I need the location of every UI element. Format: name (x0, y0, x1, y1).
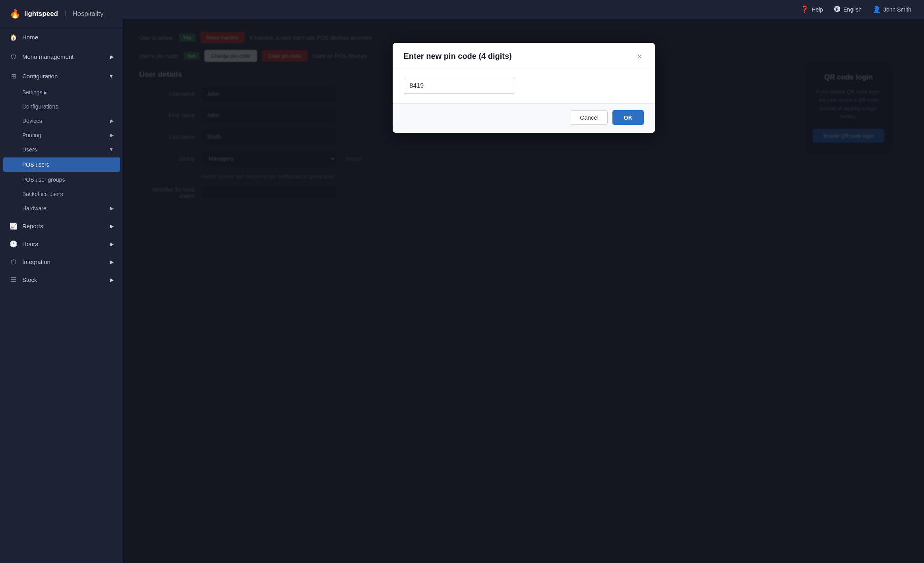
config-icon: ⊞ (10, 72, 17, 80)
sidebar-item-hours[interactable]: 🕐 Hours ▶ (0, 235, 123, 253)
sidebar-item-hardware[interactable]: Hardware ▶ (0, 201, 123, 215)
user-label: John Smith (883, 6, 911, 13)
sidebar-item-hours-label: Hours (22, 241, 38, 247)
modal-body (393, 68, 655, 103)
devices-chevron-icon: ▶ (110, 118, 114, 124)
nav-section-config: ⊞ Configuration ▼ Settings ▶ Configurati… (0, 67, 123, 215)
nav-section-reports: 📈 Reports ▶ 🕐 Hours ▶ ⬡ Integration ▶ ☰ … (0, 217, 123, 289)
menu-icon: ⬡ (10, 53, 17, 60)
sidebar-item-home[interactable]: 🏠 Home (0, 28, 123, 46)
language-label: English (843, 6, 862, 13)
settings-chevron-icon: ▶ (44, 90, 47, 95)
modal-header: Enter new pin code (4 digits) × (393, 43, 655, 68)
cancel-button[interactable]: Cancel (571, 110, 608, 125)
stock-icon: ☰ (10, 276, 17, 283)
hours-icon: 🕐 (10, 240, 17, 248)
sidebar-item-pos-groups-label: POS user groups (22, 177, 65, 183)
language-selector[interactable]: 🅐 English (834, 6, 862, 13)
help-label: Help (812, 6, 823, 13)
language-icon: 🅐 (834, 6, 841, 13)
modal-close-button[interactable]: × (635, 52, 644, 61)
sidebar-item-pos-users[interactable]: POS users (3, 157, 120, 172)
printing-chevron-icon: ▶ (110, 132, 114, 138)
chevron-down-icon: ▼ (109, 74, 114, 79)
main-area: ❓ Help 🅐 English 👤 John Smith User is ac… (123, 0, 924, 563)
sidebar-item-backoffice-label: Backoffice users (22, 191, 63, 197)
reports-chevron-icon: ▶ (110, 223, 114, 229)
sidebar-item-menu-management[interactable]: ⬡ Menu management ▶ (0, 48, 123, 66)
sidebar-item-devices[interactable]: Devices ▶ (0, 114, 123, 128)
logo-area: 🔥 lightspeed | Hospitality (0, 0, 123, 28)
sidebar-item-printing[interactable]: Printing ▶ (0, 128, 123, 142)
user-icon: 👤 (873, 6, 881, 13)
content-area: User is active: Yes Make inactive If ina… (123, 19, 924, 563)
sidebar-item-menu-label: Menu management (22, 53, 74, 60)
sidebar-item-configurations-label: Configurations (22, 103, 58, 110)
sidebar-item-users[interactable]: Users ▼ (0, 142, 123, 157)
sidebar-item-configurations[interactable]: Configurations (0, 99, 123, 114)
help-button[interactable]: ❓ Help (801, 6, 823, 13)
hardware-chevron-icon: ▶ (110, 206, 114, 211)
sidebar-item-hardware-label: Hardware (22, 205, 46, 212)
modal-title: Enter new pin code (4 digits) (404, 52, 512, 61)
sidebar-item-reports-label: Reports (22, 223, 43, 229)
sidebar: 🔥 lightspeed | Hospitality 🏠 Home ⬡ Menu… (0, 0, 123, 563)
sidebar-item-integration-label: Integration (22, 258, 50, 265)
sidebar-item-integration[interactable]: ⬡ Integration ▶ (0, 253, 123, 271)
integration-icon: ⬡ (10, 258, 17, 266)
sidebar-item-backoffice-users[interactable]: Backoffice users (0, 187, 123, 201)
users-chevron-icon: ▼ (109, 147, 114, 152)
sidebar-item-users-label: Users (22, 146, 37, 153)
sidebar-item-settings-label: Settings (22, 89, 43, 95)
chevron-right-icon: ▶ (110, 54, 114, 60)
sidebar-item-configuration[interactable]: ⊞ Configuration ▼ (0, 67, 123, 85)
pin-code-modal: Enter new pin code (4 digits) × Cancel O… (393, 43, 655, 133)
sidebar-item-stock[interactable]: ☰ Stock ▶ (0, 271, 123, 289)
home-icon: 🏠 (10, 33, 17, 41)
stock-chevron-icon: ▶ (110, 277, 114, 283)
sidebar-item-printing-label: Printing (22, 132, 41, 138)
product-name: Hospitality (72, 10, 103, 18)
sidebar-item-stock-label: Stock (22, 276, 37, 283)
sidebar-item-reports[interactable]: 📈 Reports ▶ (0, 217, 123, 235)
ok-button[interactable]: OK (612, 110, 644, 125)
hours-chevron-icon: ▶ (110, 241, 114, 247)
sidebar-item-pos-user-groups[interactable]: POS user groups (0, 173, 123, 187)
modal-overlay: Enter new pin code (4 digits) × Cancel O… (123, 19, 924, 563)
sidebar-item-devices-label: Devices (22, 118, 42, 124)
sidebar-item-pos-users-label: POS users (22, 161, 49, 168)
nav-section-home: 🏠 Home (0, 28, 123, 46)
pin-input[interactable] (404, 78, 515, 94)
help-icon: ❓ (801, 6, 809, 13)
integration-chevron-icon: ▶ (110, 259, 114, 265)
sidebar-item-home-label: Home (22, 34, 38, 41)
modal-footer: Cancel OK (393, 103, 655, 133)
sidebar-item-settings[interactable]: Settings ▶ (0, 85, 123, 99)
sidebar-item-config-label: Configuration (22, 73, 58, 80)
logo-divider: | (64, 10, 66, 17)
logo-icon: 🔥 (10, 9, 20, 19)
reports-icon: 📈 (10, 222, 17, 230)
topbar: ❓ Help 🅐 English 👤 John Smith (123, 0, 924, 19)
user-menu[interactable]: 👤 John Smith (873, 6, 911, 13)
brand-name: lightspeed (24, 10, 58, 18)
nav-section-menu: ⬡ Menu management ▶ (0, 48, 123, 66)
